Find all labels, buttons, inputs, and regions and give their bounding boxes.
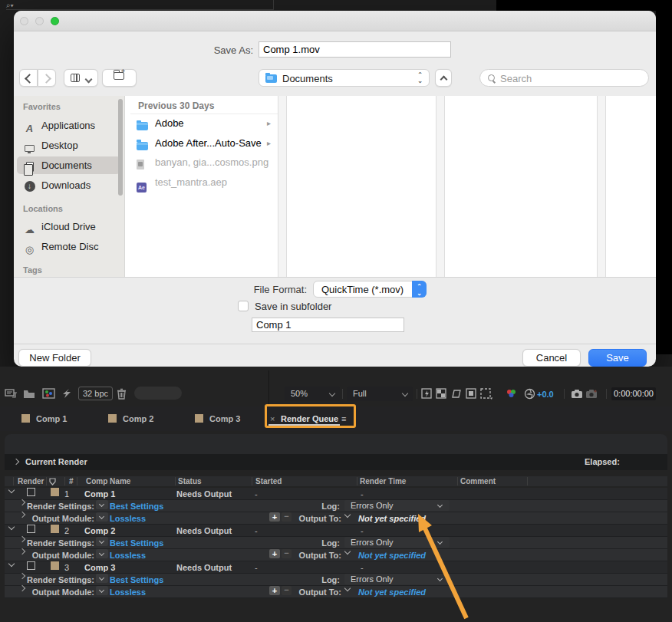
column-divider[interactable] (357, 477, 357, 485)
render-settings-value[interactable]: Best Settings (110, 574, 163, 586)
render-settings-dropdown-icon[interactable] (96, 537, 108, 546)
project-flowchart-icon[interactable] (5, 388, 18, 399)
subfolder-name-input[interactable]: Comp 1 (252, 318, 404, 332)
column-header-#[interactable]: # (69, 476, 74, 486)
remove-output-module-button[interactable]: − (282, 586, 292, 595)
output-to-value[interactable]: Not yet specified (358, 586, 426, 598)
render-settings-dropdown-icon[interactable] (96, 574, 108, 583)
folder-icon[interactable] (23, 388, 35, 399)
log-dropdown[interactable]: Errors Only (344, 500, 450, 511)
column-divider[interactable] (597, 96, 606, 277)
minimize-window-icon[interactable] (35, 17, 44, 25)
timecode-display[interactable]: 0:00:00:00 (611, 387, 656, 400)
queue-item-row[interactable]: 1Comp 1Needs Output-- (5, 488, 667, 500)
zoom-window-icon[interactable] (51, 17, 59, 25)
output-module-dropdown-icon[interactable] (96, 586, 108, 595)
column-divider[interactable] (278, 96, 287, 277)
column-divider[interactable] (436, 96, 445, 277)
collapse-icon[interactable] (8, 487, 15, 493)
column-header-render-time[interactable]: Render Time (360, 476, 406, 486)
column-divider[interactable] (64, 477, 65, 485)
interpret-footage-icon[interactable] (61, 388, 71, 399)
log-dropdown[interactable]: Errors Only (344, 574, 450, 584)
tab-comp-1[interactable]: Comp 1 (36, 406, 67, 431)
render-checkbox[interactable] (27, 561, 35, 570)
file-item[interactable]: Adobe After...Auto-Save▸ (130, 133, 278, 153)
bit-depth-button[interactable]: 32 bpc (78, 387, 113, 400)
queue-item-row[interactable]: 3Comp 3Needs Output-- (5, 561, 667, 574)
output-module-dropdown-icon[interactable] (96, 549, 108, 558)
current-render-bar[interactable]: Current Render Elapsed: (5, 454, 667, 470)
add-output-module-button[interactable]: + (269, 512, 280, 522)
add-output-module-button[interactable]: + (269, 549, 280, 558)
magnification-dropdown[interactable]: 50% (285, 387, 340, 401)
save-as-input[interactable]: Comp 1.mov (259, 41, 451, 58)
remove-output-module-button[interactable]: − (282, 512, 292, 522)
parent-folder-button[interactable] (435, 69, 452, 87)
forward-button[interactable] (38, 69, 56, 87)
output-module-dropdown-icon[interactable] (96, 512, 108, 522)
file-item[interactable]: banyan, gia...cosmos.png (130, 153, 278, 172)
project-search-pill[interactable] (134, 387, 182, 400)
location-select[interactable]: Documents ⌃⌄ (259, 69, 430, 87)
transparency-grid-icon[interactable] (436, 388, 447, 400)
output-to-dropdown-icon[interactable] (344, 548, 351, 555)
output-module-value[interactable]: Lossless (110, 549, 146, 561)
file-item[interactable]: Aetest_mantra.aep (130, 173, 278, 192)
back-button[interactable] (19, 69, 38, 87)
resolution-dropdown[interactable]: Full (347, 387, 413, 401)
new-folder-toolbar-button[interactable] (102, 69, 137, 87)
column-divider[interactable] (46, 477, 47, 485)
collapse-icon[interactable] (8, 561, 15, 567)
sidebar-item-desktop[interactable]: Desktop (14, 136, 125, 155)
log-dropdown[interactable]: Errors Only (344, 537, 450, 548)
column-divider[interactable] (175, 477, 176, 485)
column-divider[interactable] (252, 477, 252, 485)
dialog-titlebar[interactable] (14, 11, 656, 31)
output-to-dropdown-icon[interactable] (344, 512, 351, 518)
mask-visibility-icon[interactable] (450, 388, 463, 400)
search-input[interactable]: Search (479, 69, 649, 87)
render-checkbox[interactable] (27, 488, 35, 496)
new-folder-button[interactable]: New Folder (18, 349, 91, 367)
sidebar-item-documents[interactable]: Documents (14, 156, 125, 175)
footage-icon[interactable] (42, 388, 55, 399)
save-button[interactable]: Save (588, 349, 647, 367)
column-header-status[interactable]: Status (178, 476, 202, 486)
render-settings-value[interactable]: Best Settings (110, 500, 163, 512)
tab-comp-3[interactable]: Comp 3 (209, 406, 240, 431)
sidebar-item-icloud-drive[interactable]: ☁iCloud Drive (14, 217, 125, 236)
exposure-icon[interactable] (524, 388, 535, 400)
output-module-value[interactable]: Lossless (110, 586, 146, 598)
fast-previews-icon[interactable] (421, 388, 433, 400)
column-header-comp-name[interactable]: Comp Name (86, 476, 130, 486)
render-settings-dropdown-icon[interactable] (96, 500, 108, 509)
sidebar-scrollbar[interactable] (118, 99, 123, 196)
tab-comp-2[interactable]: Comp 2 (123, 406, 153, 431)
output-to-value[interactable]: Not yet specified (358, 549, 426, 561)
column-header-comment[interactable]: Comment (460, 476, 496, 486)
column-divider[interactable] (527, 477, 528, 485)
view-mode-button[interactable] (64, 69, 98, 87)
snapshot-camera-icon[interactable] (571, 388, 583, 399)
column-divider[interactable] (457, 477, 458, 485)
trash-icon[interactable] (117, 388, 127, 400)
output-module-value[interactable]: Lossless (110, 512, 146, 525)
exposure-value[interactable]: +0.0 (537, 390, 554, 399)
collapse-icon[interactable] (8, 524, 15, 530)
column-header-started[interactable]: Started (255, 476, 282, 486)
column-header-render[interactable]: Render (18, 476, 44, 486)
column-divider[interactable] (77, 477, 77, 485)
puppet-tool-icon[interactable]: ⌕▾ (6, 1, 20, 10)
add-output-module-button[interactable]: + (269, 586, 280, 595)
region-of-interest-icon[interactable] (466, 388, 477, 400)
column-divider[interactable] (13, 477, 14, 485)
render-checkbox[interactable] (27, 525, 35, 533)
render-settings-value[interactable]: Best Settings (110, 537, 163, 549)
choose-grid-guides-icon[interactable] (480, 388, 493, 400)
cancel-button[interactable]: Cancel (522, 349, 581, 367)
close-window-icon[interactable] (20, 17, 28, 25)
file-format-select[interactable]: QuickTime (*.mov) ⌃⌄ (313, 281, 427, 298)
output-to-value[interactable]: Not yet specified (358, 512, 426, 525)
sidebar-item-applications[interactable]: AApplications (14, 116, 125, 135)
